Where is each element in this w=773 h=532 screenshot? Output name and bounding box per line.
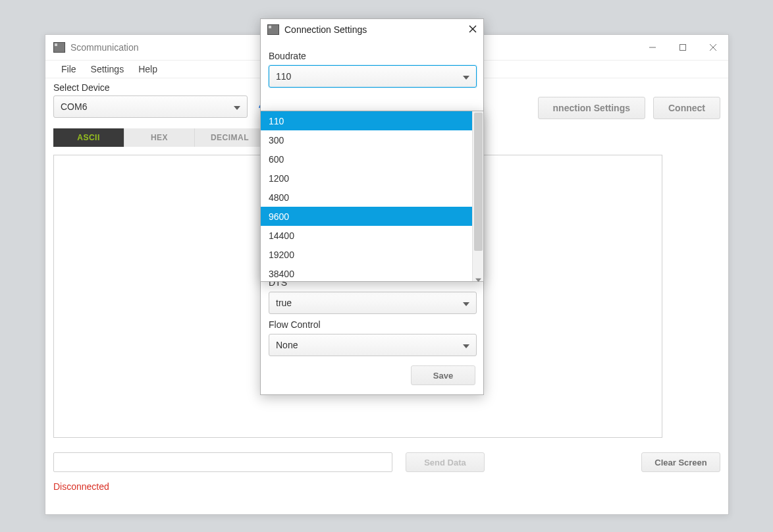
dropdown-item[interactable]: 1200 bbox=[261, 169, 472, 188]
bottom-row: Send Data Clear Screen bbox=[53, 452, 720, 472]
tab-ascii[interactable]: ASCII bbox=[53, 128, 124, 147]
dts-combobox[interactable]: true bbox=[269, 292, 477, 314]
flow-control-combobox[interactable]: None bbox=[269, 334, 477, 356]
connection-settings-button[interactable]: nnection Settings bbox=[538, 97, 645, 119]
dropdown-item[interactable]: 600 bbox=[261, 149, 472, 169]
chevron-down-icon bbox=[463, 298, 469, 308]
right-actions: nnection Settings Connect bbox=[538, 97, 720, 119]
connect-button[interactable]: Connect bbox=[653, 97, 720, 119]
select-device-group: Select Device COM6 bbox=[53, 82, 248, 118]
dropdown-scrollbar[interactable] bbox=[472, 111, 483, 281]
dropdown-item[interactable]: 14400 bbox=[261, 226, 472, 245]
dropdown-item[interactable]: 9600 bbox=[261, 207, 472, 226]
tab-decimal-label: DECIMAL bbox=[211, 133, 249, 142]
baudrate-dropdown[interactable]: 1103006001200480096001440019200384005760… bbox=[260, 111, 484, 282]
svg-marker-7 bbox=[463, 76, 469, 80]
dropdown-item[interactable]: 19200 bbox=[261, 245, 472, 264]
send-data-label: Send Data bbox=[424, 458, 466, 467]
window-controls bbox=[637, 37, 728, 58]
dropdown-item[interactable]: 4800 bbox=[261, 188, 472, 207]
close-button[interactable] bbox=[698, 37, 728, 58]
chevron-down-icon bbox=[463, 340, 469, 350]
dropdown-items: 1103006001200480096001440019200384005760… bbox=[261, 111, 472, 281]
chevron-down-icon bbox=[234, 101, 240, 112]
baudrate-label: Boudrate bbox=[269, 51, 475, 61]
svg-marker-4 bbox=[234, 106, 240, 110]
flow-control-value: None bbox=[276, 340, 298, 350]
svg-marker-10 bbox=[475, 279, 481, 282]
tab-hex-label: HEX bbox=[151, 133, 168, 142]
tab-decimal[interactable]: DECIMAL bbox=[194, 128, 265, 147]
dialog-title: Connection Settings bbox=[284, 24, 367, 35]
save-button[interactable]: Save bbox=[411, 365, 475, 385]
device-combobox[interactable]: COM6 bbox=[53, 95, 248, 118]
dts-value: true bbox=[276, 298, 292, 308]
tab-hex[interactable]: HEX bbox=[124, 128, 194, 147]
dialog-titlebar[interactable]: Connection Settings bbox=[261, 19, 483, 40]
chevron-down-icon bbox=[463, 71, 469, 82]
dialog-title-left: Connection Settings bbox=[267, 24, 367, 35]
menu-file[interactable]: File bbox=[61, 64, 76, 74]
baudrate-value: 110 bbox=[276, 71, 291, 82]
main-title-left: Scommunication bbox=[53, 42, 139, 53]
connect-label: Connect bbox=[668, 103, 705, 113]
send-data-button[interactable]: Send Data bbox=[406, 452, 485, 472]
dropdown-item[interactable]: 300 bbox=[261, 130, 472, 149]
scrollbar-down-icon[interactable] bbox=[475, 274, 481, 280]
menu-help[interactable]: Help bbox=[138, 64, 157, 74]
save-label: Save bbox=[433, 371, 453, 381]
flow-control-label: Flow Control bbox=[269, 319, 475, 330]
connection-settings-label: nnection Settings bbox=[553, 103, 630, 113]
baudrate-combobox[interactable]: 110 bbox=[269, 65, 477, 88]
clear-screen-label: Clear Screen bbox=[654, 458, 707, 467]
status-text: Disconnected bbox=[53, 481, 720, 492]
send-input[interactable] bbox=[53, 452, 392, 472]
minimize-button[interactable] bbox=[637, 37, 668, 58]
scrollbar-thumb[interactable] bbox=[474, 113, 483, 251]
maximize-button[interactable] bbox=[668, 37, 698, 58]
dialog-app-icon bbox=[267, 24, 279, 35]
main-title: Scommunication bbox=[70, 42, 139, 53]
menu-settings[interactable]: Settings bbox=[91, 64, 124, 74]
clear-screen-button[interactable]: Clear Screen bbox=[641, 452, 720, 472]
dialog-save-row: Save bbox=[269, 365, 475, 385]
dropdown-item[interactable]: 110 bbox=[261, 111, 472, 130]
select-device-label: Select Device bbox=[53, 82, 248, 93]
dialog-close-button[interactable] bbox=[469, 24, 477, 36]
device-value: COM6 bbox=[61, 101, 87, 112]
svg-marker-8 bbox=[463, 302, 469, 306]
svg-marker-9 bbox=[463, 344, 469, 348]
tab-ascii-label: ASCII bbox=[77, 133, 100, 142]
app-icon bbox=[53, 42, 65, 53]
svg-rect-1 bbox=[680, 45, 686, 51]
dropdown-item[interactable]: 38400 bbox=[261, 264, 472, 281]
